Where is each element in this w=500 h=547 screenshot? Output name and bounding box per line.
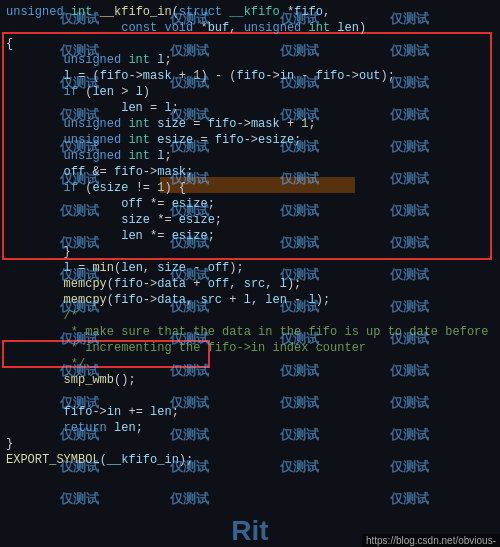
code-line-27: return len; bbox=[6, 420, 494, 436]
code-line-28: } bbox=[6, 436, 494, 452]
code-line-7: len = l; bbox=[6, 100, 494, 116]
code-line-18: memcpy(fifo->data + off, src, l); bbox=[6, 276, 494, 292]
url-bar: https://blog.csdn.net/obvious- bbox=[362, 534, 500, 547]
code-line-8: unsigned int size = fifo->mask + 1; bbox=[6, 116, 494, 132]
code-line-16: } bbox=[6, 244, 494, 260]
code-container: unsigned int __kfifo_in(struct __kfifo *… bbox=[0, 0, 500, 547]
code-line-11: off &= fifo->mask; bbox=[6, 164, 494, 180]
code-line-17: l = min(len, size - off); bbox=[6, 260, 494, 276]
code-line-22: * incrementing the fifo->in index counte… bbox=[6, 340, 494, 356]
code-line-29: EXPORT_SYMBOL(__kfifo_in); bbox=[6, 452, 494, 468]
code-line-10: unsigned int l; bbox=[6, 148, 494, 164]
code-line-2: const void *buf, unsigned int len) bbox=[6, 20, 494, 36]
watermark: 仅测试 bbox=[390, 490, 429, 508]
code-line-15: len *= esize; bbox=[6, 228, 494, 244]
code-line-24: smp_wmb(); bbox=[6, 372, 494, 388]
code-line-26: fifo->in += len; bbox=[6, 404, 494, 420]
code-line-3: { bbox=[6, 36, 494, 52]
watermark: 仅测试 bbox=[60, 490, 99, 508]
code-line-5: l = (fifo->mask + 1) - (fifo->in - fifo-… bbox=[6, 68, 494, 84]
code-line-9: unsigned int esize = fifo->esize; bbox=[6, 132, 494, 148]
code-line-13: off *= esize; bbox=[6, 196, 494, 212]
code-line-12: if (esize != 1) { bbox=[6, 180, 494, 196]
code-line-20: /* bbox=[6, 308, 494, 324]
watermark: 仅测试 bbox=[170, 490, 209, 508]
code-line-4: unsigned int l; bbox=[6, 52, 494, 68]
code-line-14: size *= esize; bbox=[6, 212, 494, 228]
code-line-6: if (len > l) bbox=[6, 84, 494, 100]
code-line-21: * make sure that the data in the fifo is… bbox=[6, 324, 494, 340]
code-line-23: */ bbox=[6, 356, 494, 372]
code-line-25 bbox=[6, 388, 494, 404]
code-line-19: memcpy(fifo->data, src + l, len - l); bbox=[6, 292, 494, 308]
code-line-1: unsigned int __kfifo_in(struct __kfifo *… bbox=[6, 4, 494, 20]
